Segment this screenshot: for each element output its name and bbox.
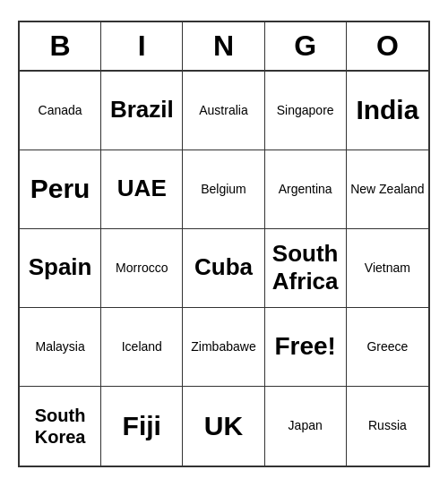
header-letter: G (265, 22, 347, 70)
bingo-body: CanadaBrazilAustraliaSingaporeIndiaPeruU… (20, 72, 428, 466)
cell-label: Morrocco (116, 261, 168, 276)
cell-label: Argentina (279, 182, 332, 197)
bingo-cell: Vietnam (347, 229, 428, 308)
bingo-header: BINGO (20, 22, 428, 72)
cell-label: Peru (30, 173, 90, 205)
bingo-cell: New Zealand (347, 150, 428, 229)
cell-label: Australia (199, 103, 247, 118)
cell-label: Japan (289, 418, 323, 433)
bingo-card: BINGO CanadaBrazilAustraliaSingaporeIndi… (18, 21, 430, 467)
header-letter: I (101, 22, 183, 70)
cell-label: UK (204, 410, 243, 442)
bingo-cell: Singapore (265, 72, 347, 150)
bingo-cell: Free! (265, 308, 347, 387)
cell-label: South Africa (269, 240, 342, 295)
cell-label: Free! (274, 331, 335, 362)
bingo-cell: Peru (20, 150, 101, 229)
bingo-cell: Cuba (183, 229, 264, 308)
header-letter: O (347, 22, 428, 70)
cell-label: India (356, 94, 418, 126)
cell-label: Malaysia (35, 339, 84, 355)
cell-label: Iceland (122, 339, 162, 355)
cell-label: Canada (39, 103, 82, 118)
cell-label: Spain (29, 253, 92, 281)
cell-label: Cuba (194, 253, 253, 281)
bingo-cell: Canada (20, 72, 101, 150)
bingo-cell: South Korea (20, 387, 101, 466)
cell-label: Belgium (201, 182, 246, 197)
cell-label: Vietnam (365, 261, 410, 276)
bingo-cell: Morrocco (101, 229, 183, 308)
bingo-cell: Argentina (265, 150, 347, 229)
bingo-cell: Japan (265, 387, 347, 466)
bingo-cell: Brazil (101, 72, 183, 150)
bingo-cell: Russia (347, 387, 428, 466)
header-letter: B (20, 22, 101, 70)
bingo-cell: UAE (101, 150, 183, 229)
bingo-cell: Greece (347, 308, 428, 387)
cell-label: Fiji (123, 410, 161, 442)
bingo-cell: Malaysia (20, 308, 101, 387)
bingo-cell: Zimbabawe (183, 308, 264, 387)
bingo-cell: India (347, 72, 428, 150)
cell-label: Zimbabawe (191, 339, 255, 355)
bingo-cell: Spain (20, 229, 101, 308)
cell-label: New Zealand (350, 182, 425, 197)
cell-label: Russia (368, 418, 407, 433)
cell-label: Greece (366, 339, 408, 355)
bingo-cell: South Africa (265, 229, 347, 308)
header-letter: N (183, 22, 264, 70)
bingo-cell: Belgium (183, 150, 264, 229)
cell-label: South Korea (23, 405, 97, 448)
cell-label: UAE (117, 175, 167, 202)
bingo-cell: UK (183, 387, 264, 466)
cell-label: Singapore (277, 103, 334, 118)
cell-label: Brazil (110, 96, 174, 124)
bingo-cell: Fiji (101, 387, 183, 466)
bingo-cell: Iceland (101, 308, 183, 387)
bingo-cell: Australia (183, 72, 264, 150)
